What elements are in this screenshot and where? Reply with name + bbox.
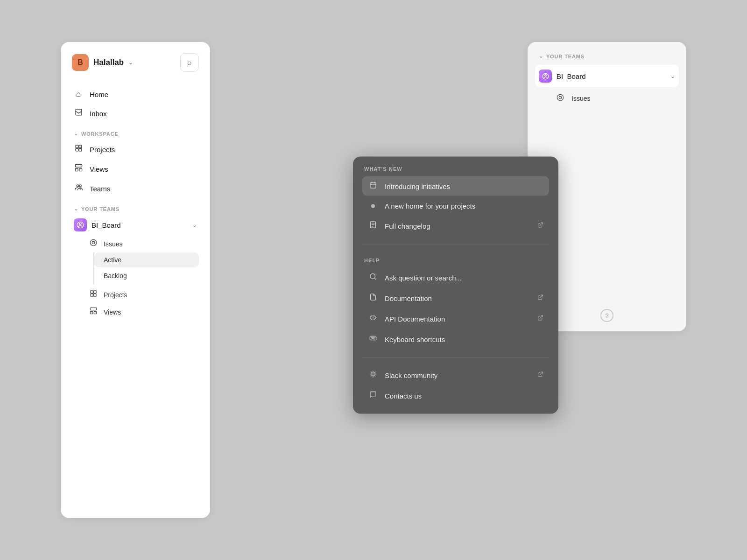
popup-item-api[interactable]: API Documentation [362, 309, 549, 329]
popup-item-docs[interactable]: Documentation [362, 288, 549, 308]
workspace-logo[interactable]: B Halallab ⌄ [72, 54, 133, 71]
svg-line-36 [540, 295, 543, 298]
bi-board-chevron-icon: ⌄ [192, 222, 197, 228]
popup-item-slack[interactable]: Slack community [362, 365, 549, 385]
team-projects-icon [89, 290, 98, 300]
bi-board-team-item[interactable]: BI_Board ⌄ [68, 215, 203, 235]
left-sidebar: B Halallab ⌄ ⌕ ⌂ Home Inbox ⌄ WORKSPACE … [61, 42, 210, 518]
svg-point-45 [372, 373, 374, 375]
search-button[interactable]: ⌕ [180, 53, 199, 72]
projects-label: Projects [90, 146, 115, 154]
slack-text: Slack community [385, 371, 531, 379]
inbox-label: Inbox [90, 110, 107, 118]
initiatives-text: Introducing initiatives [385, 182, 543, 190]
sidebar-item-projects[interactable]: Projects [68, 140, 203, 159]
contact-icon [368, 391, 378, 400]
sidebar-header: B Halallab ⌄ ⌕ [68, 53, 203, 72]
sr-issues-item[interactable]: Issues [535, 89, 679, 107]
sidebar-item-home[interactable]: ⌂ Home [68, 85, 203, 104]
popup-divider-2 [362, 357, 549, 358]
sr-issues-label: Issues [571, 95, 590, 102]
slack-ext-icon [537, 371, 543, 379]
backlog-label: Backlog [104, 272, 127, 280]
ask-search-icon [368, 273, 378, 282]
svg-point-11 [79, 223, 81, 224]
svg-line-38 [540, 315, 543, 318]
popup-item-contact[interactable]: Contacts us [362, 386, 549, 406]
sr-team-chevron-icon: ⌄ [670, 73, 675, 79]
svg-rect-39 [370, 336, 376, 340]
help-label: HELP [362, 256, 549, 268]
your-teams-chevron-icon: ⌄ [74, 206, 78, 212]
workspace-chevron-small: ⌄ [74, 131, 78, 137]
sr-issues-icon [557, 94, 564, 103]
slack-icon [368, 371, 378, 380]
sr-team-avatar [539, 70, 552, 83]
svg-rect-20 [94, 311, 96, 314]
changelog-icon [368, 221, 378, 231]
sr-team-name: BI_Board [557, 72, 666, 80]
docs-text: Documentation [385, 294, 531, 302]
svg-point-12 [90, 239, 96, 245]
svg-rect-5 [75, 164, 82, 167]
issues-icon [89, 239, 98, 249]
svg-rect-25 [370, 182, 376, 188]
new-home-text: A new home for your projects [385, 202, 543, 210]
svg-rect-17 [94, 294, 96, 296]
api-ext-icon [537, 315, 543, 322]
sr-your-teams-label: ⌄ YOUR TEAMS [535, 51, 679, 65]
popup-item-keyboard[interactable]: Keyboard shortcuts [362, 329, 549, 349]
home-icon: ⌂ [74, 90, 83, 99]
svg-rect-18 [90, 308, 96, 310]
initiatives-icon [368, 182, 378, 191]
sidebar-item-views[interactable]: Views [68, 159, 203, 179]
api-text: API Documentation [385, 315, 531, 322]
svg-line-35 [374, 278, 376, 280]
help-circle-button[interactable]: ? [600, 309, 613, 322]
svg-point-8 [77, 185, 78, 187]
backlog-item[interactable]: Backlog [94, 268, 199, 283]
svg-point-22 [544, 74, 546, 76]
ask-text: Ask question or search... [385, 273, 543, 281]
svg-point-24 [559, 96, 561, 98]
popup-item-new-home[interactable]: A new home for your projects [362, 197, 549, 215]
svg-point-23 [557, 94, 563, 100]
issues-label: Issues [104, 240, 122, 248]
whats-new-popup: WHAT'S NEW Introducing initiatives A new… [353, 157, 558, 414]
sidebar-item-inbox[interactable]: Inbox [68, 104, 203, 123]
team-views-label: Views [104, 308, 121, 316]
sidebar-item-teams[interactable]: Teams [68, 179, 203, 198]
svg-point-13 [92, 241, 94, 244]
popup-item-initiatives[interactable]: Introducing initiatives [362, 176, 549, 196]
popup-bottom-section: Slack community Contacts us [353, 362, 558, 414]
svg-rect-14 [91, 291, 93, 293]
bi-board-avatar [74, 218, 87, 231]
active-item[interactable]: Active [94, 252, 199, 267]
workspace-logo-icon: B [72, 54, 89, 71]
popup-item-changelog[interactable]: Full changelog [362, 216, 549, 236]
svg-line-46 [540, 372, 543, 375]
team-projects-item[interactable]: Projects [68, 286, 203, 303]
teams-label: Teams [90, 185, 110, 193]
views-label: Views [90, 165, 108, 173]
whats-new-label: WHAT'S NEW [362, 164, 549, 176]
your-teams-section-label: ⌄ YOUR TEAMS [68, 198, 203, 215]
teams-icon [74, 183, 83, 194]
api-icon [368, 314, 378, 323]
sr-bi-board-item[interactable]: BI_Board ⌄ [535, 65, 679, 87]
docs-ext-icon [537, 294, 543, 302]
changelog-ext-icon [537, 222, 543, 230]
search-icon: ⌕ [187, 58, 192, 67]
svg-rect-4 [79, 148, 82, 151]
svg-rect-7 [79, 168, 82, 171]
svg-rect-3 [76, 148, 78, 151]
issues-item[interactable]: Issues [68, 235, 203, 252]
team-views-icon [89, 307, 98, 317]
workspace-name: Halallab [93, 58, 124, 67]
popup-item-ask[interactable]: Ask question or search... [362, 268, 549, 287]
team-views-item[interactable]: Views [68, 303, 203, 321]
popup-divider-1 [362, 244, 549, 245]
changelog-text: Full changelog [385, 222, 531, 230]
svg-rect-2 [79, 145, 82, 148]
help-section: HELP Ask question or search... Documenta… [353, 248, 558, 354]
